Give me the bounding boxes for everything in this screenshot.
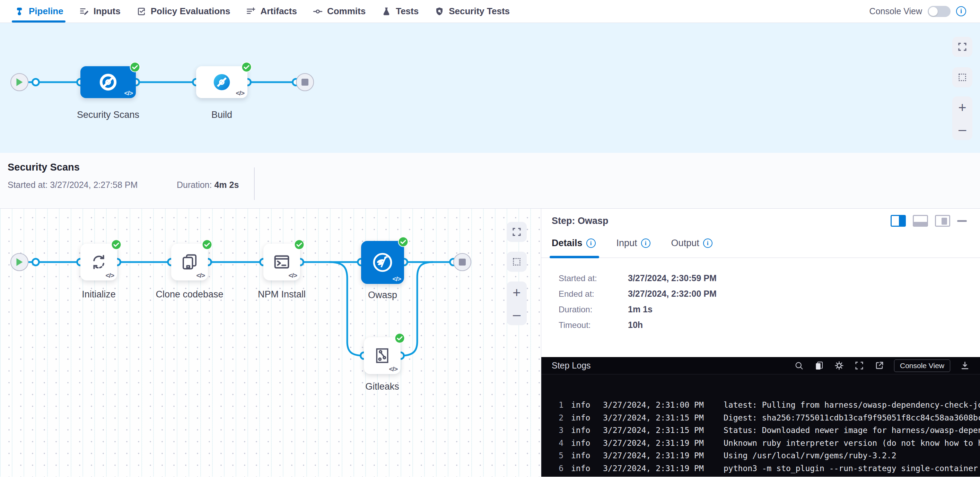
marquee-select-button[interactable] [507, 252, 527, 272]
log-level: info [571, 424, 596, 437]
fullscreen-button[interactable] [507, 222, 527, 242]
play-icon [16, 258, 23, 266]
zoom-controls: + – [507, 281, 527, 325]
nav-tab-label: Inputs [94, 6, 121, 17]
stage-node-build[interactable]: </> [196, 66, 247, 98]
stop-icon [459, 258, 466, 266]
tab-inputs[interactable]: Inputs [79, 0, 121, 22]
log-timestamp: 3/27/2024, 2:31:15 PM [603, 424, 718, 437]
npm-install-icon [272, 252, 292, 272]
nav-tab-label: Pipeline [29, 6, 64, 17]
step-label: Owasp [331, 290, 434, 300]
code-badge: </> [124, 89, 133, 97]
stage-node-security-scans[interactable]: </> [80, 66, 136, 98]
info-icon[interactable]: i [586, 238, 596, 248]
build-stage-icon [212, 72, 231, 92]
panel-tabs: Details i Input i Output i [541, 238, 980, 258]
log-level: info [571, 412, 596, 424]
log-line: 2 info 3/27/2024, 2:31:15 PM Digest: sha… [550, 412, 980, 424]
stage-end-node [296, 73, 314, 91]
step-end-node [453, 253, 471, 271]
stage-start-node [10, 73, 29, 91]
step-node-clone-codebase[interactable]: </> [171, 244, 208, 281]
play-icon [16, 78, 23, 86]
layout-floating-icon[interactable] [935, 215, 950, 227]
code-badge: </> [236, 89, 244, 97]
settings-gear-icon[interactable] [834, 360, 845, 371]
info-icon[interactable]: i [641, 238, 651, 248]
code-badge: </> [393, 275, 401, 283]
stage-label: Security Scans [56, 110, 160, 120]
stage-header: Security Scans Started at: 3/27/2024, 2:… [0, 153, 980, 209]
info-icon[interactable]: i [703, 238, 713, 248]
success-check-icon [395, 333, 405, 343]
minimize-panel-button[interactable] [957, 220, 967, 222]
panel-layout-controls [891, 215, 967, 227]
marquee-select-button[interactable] [952, 67, 972, 87]
log-message: Status: Downloaded newer image for harne… [724, 424, 980, 437]
tab-commits[interactable]: Commits [312, 0, 366, 22]
gitleaks-icon [372, 346, 392, 366]
tab-artifacts[interactable]: Artifacts [245, 0, 297, 22]
copy-icon[interactable] [814, 360, 824, 371]
duration-label: Duration: [177, 180, 212, 190]
layout-split-right-icon[interactable] [891, 215, 906, 227]
stage-title: Security Scans [8, 161, 80, 173]
info-icon[interactable]: i [956, 6, 966, 16]
detail-value: 3/27/2024, 2:30:59 PM [628, 273, 717, 283]
pipeline-execution-page: Pipeline Inputs Policy Evaluations Artif… [0, 0, 980, 477]
detail-label: Timeout: [558, 320, 628, 330]
toggle-knob [929, 7, 938, 16]
log-message: latest: Pulling from harness/owasp-depen… [724, 399, 980, 412]
log-message: Unknown ruby interpreter version (do not… [724, 437, 980, 450]
fullscreen-button[interactable] [952, 37, 972, 57]
nav-tab-label: Artifacts [260, 6, 297, 17]
log-line-number: 6 [550, 462, 563, 475]
step-label: Clone codebase [138, 289, 242, 300]
zoom-in-button[interactable]: + [958, 101, 966, 115]
zoom-out-button[interactable]: – [513, 308, 520, 321]
stage-edges [0, 23, 980, 153]
detail-label: Ended at: [558, 289, 628, 299]
tab-tests[interactable]: Tests [381, 0, 418, 22]
log-timestamp: 3/27/2024, 2:31:19 PM [603, 437, 718, 450]
step-node-gitleaks[interactable]: </> [364, 337, 401, 374]
log-line-number: 4 [550, 437, 563, 450]
open-in-new-icon[interactable] [874, 360, 885, 371]
tab-input[interactable]: Input i [616, 238, 651, 249]
tab-details[interactable]: Details i [552, 238, 596, 249]
stage-graph-canvas: </> Security Scans </> Build [0, 23, 980, 153]
log-level: info [571, 437, 596, 450]
log-line-number: 2 [550, 412, 563, 424]
log-line: 6 info 3/27/2024, 2:31:19 PM python3 -m … [550, 462, 980, 475]
code-badge: </> [106, 272, 114, 279]
step-node-npm-install[interactable]: </> [263, 244, 300, 281]
tests-flask-icon [381, 6, 392, 17]
layout-split-bottom-icon[interactable] [913, 215, 928, 227]
tab-label: Output [671, 238, 699, 249]
detail-value: 10h [628, 320, 643, 330]
console-view-toggle[interactable] [928, 6, 951, 17]
log-line-number: 5 [550, 449, 563, 462]
detail-label: Started at: [558, 273, 628, 283]
detail-value: 1m 1s [628, 305, 652, 314]
log-line: 1 info 3/27/2024, 2:31:00 PM latest: Pul… [550, 399, 980, 412]
step-node-owasp[interactable]: </> [361, 241, 404, 284]
tab-policy-evaluations[interactable]: Policy Evaluations [136, 0, 231, 22]
search-icon[interactable] [794, 360, 804, 371]
zoom-in-button[interactable]: + [512, 286, 520, 300]
console-view-button[interactable]: Console View [894, 359, 950, 372]
tab-output[interactable]: Output i [671, 238, 713, 249]
log-level: info [571, 399, 596, 412]
tab-pipeline[interactable]: Pipeline [14, 0, 64, 22]
step-node-initialize[interactable]: </> [80, 244, 117, 281]
nav-tab-label: Security Tests [449, 6, 510, 17]
detail-row: Duration: 1m 1s [558, 305, 980, 314]
security-scan-icon [98, 72, 118, 92]
tab-security-tests[interactable]: Security Tests [434, 0, 510, 22]
zoom-out-button[interactable]: – [959, 122, 966, 136]
log-level: info [571, 449, 596, 462]
log-line: 3 info 3/27/2024, 2:31:15 PM Status: Dow… [550, 424, 980, 437]
fullscreen-icon[interactable] [854, 360, 865, 371]
download-icon[interactable] [959, 360, 970, 371]
